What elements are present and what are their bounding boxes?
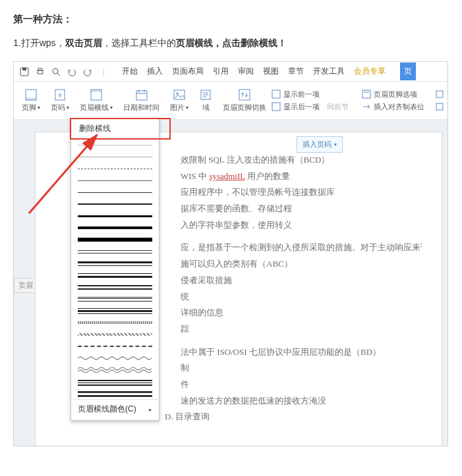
headerline-dropdown: 删除横线 (71, 119, 159, 421)
svg-rect-7 (26, 97, 36, 100)
svg-rect-16 (174, 90, 185, 99)
doc-line: 制 (181, 360, 422, 377)
step-text: 1.打开wps，双击页眉，选择工具栏中的页眉横线，点击删除横线！ (13, 38, 449, 49)
line-style[interactable] (78, 273, 152, 278)
tab-extra[interactable]: 页 (400, 63, 416, 80)
svg-rect-24 (272, 103, 280, 111)
switch-icon (238, 88, 251, 101)
undo-icon[interactable] (67, 66, 77, 77)
line-style-list (71, 138, 159, 399)
tab-section[interactable]: 章节 (288, 66, 304, 77)
svg-line-5 (57, 73, 60, 76)
titlebar: | 开始 插入 页面布局 引用 审阅 视图 章节 开发工具 会员专享 页 (14, 62, 448, 82)
line-style[interactable] (78, 296, 152, 302)
show-prev[interactable]: 显示前一项 (272, 90, 349, 99)
svg-rect-12 (136, 91, 147, 100)
method-heading: 第一种方法： (13, 13, 449, 26)
svg-rect-11 (91, 90, 101, 92)
svg-rect-28 (436, 91, 443, 97)
line-style[interactable] (78, 379, 152, 384)
redo-icon[interactable] (82, 66, 93, 77)
line-style[interactable] (78, 367, 152, 373)
preview-icon[interactable] (51, 66, 61, 77)
ribbon-field[interactable]: 域 (194, 88, 217, 113)
ribbon: 页脚▾ # 页码▾ 页眉横线▾ 日期和时间 图片▾ 域 页眉页脚切换 显示前一项 (14, 82, 448, 120)
line-style[interactable] (78, 320, 152, 325)
line-style[interactable] (78, 166, 152, 171)
line-style[interactable] (78, 284, 152, 290)
line-color-item[interactable]: 页眉横线颜色(C)▸ (71, 399, 159, 419)
ribbon-right-col2: 页眉页脚选项 插入对齐制表位 (362, 90, 427, 112)
svg-rect-2 (38, 70, 43, 74)
tab-bar: 开始 插入 页面布局 引用 审阅 视图 章节 开发工具 会员专享 页 (114, 63, 416, 80)
line-style[interactable] (78, 332, 152, 337)
doc-line: 据库不需要的函数、存储过程 (181, 201, 422, 217)
ribbon-footer[interactable]: 页脚▾ (16, 88, 45, 113)
svg-rect-23 (272, 90, 280, 98)
ribbon-headerline[interactable]: 页眉横线▾ (74, 88, 118, 113)
line-style[interactable] (78, 154, 152, 159)
dist2-icon (435, 102, 444, 111)
line-style[interactable] (78, 190, 152, 195)
tab-start[interactable]: 开始 (122, 66, 138, 77)
doc-line: 应用程序中，不以管理员帐号连接数据库 (181, 184, 422, 201)
svg-rect-22 (239, 90, 250, 100)
line-style[interactable] (78, 356, 152, 361)
tab-devtools[interactable]: 开发工具 (313, 66, 345, 77)
next-icon (272, 102, 281, 111)
show-next[interactable]: 显示后一项 同前节 (272, 102, 349, 112)
pagenum-icon: # (53, 88, 67, 101)
header-top-dist[interactable]: 页眉顶 (435, 90, 448, 99)
quick-access: | (14, 66, 114, 77)
doc-line: 详细的信息 (181, 305, 422, 321)
svg-rect-3 (38, 68, 42, 70)
line-style[interactable] (78, 308, 152, 313)
headerline-icon (90, 88, 103, 101)
screenshot: | 开始 插入 页面布局 引用 审阅 视图 章节 开发工具 会员专享 页 页脚▾… (13, 61, 448, 446)
line-style[interactable] (78, 178, 152, 183)
ribbon-picture[interactable]: 图片▾ (165, 88, 194, 113)
line-style[interactable] (78, 201, 152, 207)
svg-rect-25 (362, 90, 370, 98)
align-icon (362, 102, 371, 111)
tab-pagelayout[interactable]: 页面布局 (172, 66, 204, 77)
doc-line: 法中属于 ISO/OSI 七层协议中应用层功能的是（BD） (181, 344, 422, 361)
calendar-icon (135, 88, 148, 101)
field-icon (199, 88, 212, 101)
line-style[interactable] (78, 249, 152, 254)
hf-options[interactable]: 页眉页脚选项 (362, 90, 424, 99)
tab-vip[interactable]: 会员专享 (354, 66, 386, 77)
doc-line: 速的发送方的数据把低速的接收方淹没 (181, 393, 422, 410)
footer-icon (24, 88, 38, 101)
insert-align-tab[interactable]: 插入对齐制表位 (362, 102, 424, 112)
line-style[interactable] (78, 237, 152, 242)
footer-bottom-dist[interactable]: 页脚底 (435, 102, 448, 112)
line-style[interactable] (78, 391, 152, 396)
doc-line: D. 目录查询 (165, 409, 422, 425)
doc-line: 统 (181, 289, 422, 305)
ribbon-switch[interactable]: 页眉页脚切换 (217, 88, 272, 113)
ribbon-pagenum[interactable]: # 页码▾ (45, 88, 74, 113)
line-style[interactable] (78, 225, 152, 230)
delete-line-item[interactable]: 删除横线 (71, 119, 159, 138)
tab-reference[interactable]: 引用 (213, 66, 229, 77)
print-icon[interactable] (35, 66, 45, 77)
line-style[interactable] (78, 344, 152, 349)
insert-pagenum-button[interactable]: 插入页码▾ (297, 136, 343, 153)
doc-line: 件 (181, 377, 422, 393)
picture-icon (173, 88, 186, 101)
svg-rect-1 (22, 68, 26, 70)
dist-icon (435, 90, 444, 99)
line-style[interactable] (78, 261, 152, 266)
tab-review[interactable]: 审阅 (238, 66, 254, 77)
line-style[interactable] (78, 142, 152, 147)
prev-icon (272, 90, 281, 99)
ribbon-right-col3: 页眉顶 页脚底 (435, 90, 448, 112)
ribbon-right-col1: 显示前一项 显示后一项 同前节 (272, 90, 351, 112)
doc-line: 入的字符串型参数，使用转义 (181, 217, 422, 234)
ribbon-datetime[interactable]: 日期和时间 (118, 88, 165, 113)
line-style[interactable] (78, 213, 152, 219)
tab-insert[interactable]: 插入 (147, 66, 163, 77)
tab-view[interactable]: 视图 (263, 66, 279, 77)
save-icon[interactable] (19, 66, 30, 77)
